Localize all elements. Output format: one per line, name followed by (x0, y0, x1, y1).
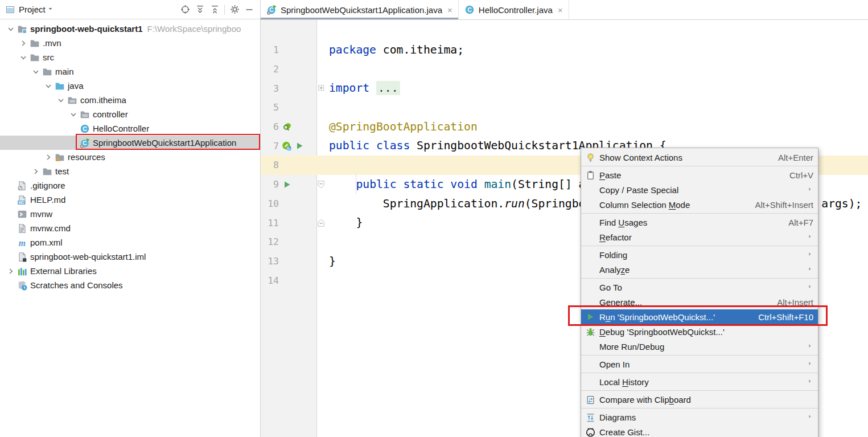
code-line-1[interactable]: 1package com.itheima; (261, 40, 868, 60)
project-panel-title[interactable]: Project (19, 5, 46, 14)
tree-item-mvnw[interactable]: mvnw (0, 207, 260, 221)
close-icon[interactable]: × (447, 5, 452, 15)
chevron-down-icon[interactable] (17, 53, 30, 62)
menu-separator (581, 355, 818, 356)
menu-item-analyze[interactable]: Analyze (581, 262, 818, 277)
code-line-3[interactable]: 3import ... (261, 79, 868, 98)
menu-item-create-gist[interactable]: Create Gist... (581, 424, 818, 437)
run-gutter-icon[interactable] (282, 179, 291, 189)
menu-item-local-history[interactable]: Local History (581, 374, 818, 389)
tree-item-gitignore[interactable]: .gitignore (0, 178, 260, 193)
tree-item-label: springboot-web-quickstart1.iml (30, 252, 146, 262)
chevron-right-icon[interactable] (30, 167, 42, 176)
tree-item-label: SpringbootWebQuickstart1Application (93, 138, 236, 148)
code-line-6[interactable]: 6@SpringBootApplication (261, 117, 868, 137)
tree-item-mvnw-cmd[interactable]: mvnw.cmd (0, 221, 260, 235)
tree-item-external-libraries[interactable]: External Libraries (0, 264, 260, 278)
menu-item-refactor[interactable]: Refactor (581, 230, 818, 244)
menu-item-label: Folding (599, 250, 627, 260)
chevron-down-icon[interactable] (42, 81, 55, 91)
tree-item-main[interactable]: main (0, 64, 260, 79)
chevron-right-icon[interactable] (5, 267, 17, 276)
tree-item-label: .mvn (43, 38, 61, 48)
tree-item-com-itheima[interactable]: com.itheima (0, 93, 260, 107)
chevron-right-icon[interactable] (17, 39, 30, 48)
tree-item-pom-xml[interactable]: mpom.xml (0, 235, 260, 250)
tree-item-help-md[interactable]: MDHELP.md (0, 193, 260, 207)
tree-item-springboot-web-quickstart1[interactable]: springboot-web-quickstart1F:\WorkSpace\s… (0, 22, 260, 36)
tree-item-label: main (55, 67, 74, 76)
settings-gear-icon[interactable] (227, 2, 242, 17)
locate-icon[interactable] (178, 2, 192, 17)
folder-resources-icon (55, 152, 65, 162)
submenu-arrow-icon (808, 414, 814, 420)
menu-item-more-run-debug[interactable]: More Run/Debug (581, 339, 818, 354)
spring-bean-gutter-icon[interactable] (282, 122, 291, 132)
editor-tab-bar: CSpringbootWebQuickstart1Application.jav… (261, 0, 868, 20)
chevron-down-icon[interactable] (55, 96, 67, 105)
line-number: 1 (261, 44, 279, 55)
line-number: 5 (261, 102, 279, 113)
fold-marker-down-icon[interactable] (318, 180, 326, 189)
tree-item-path: F:\WorkSpace\springboo (147, 24, 241, 34)
chevron-right-icon[interactable] (42, 153, 55, 162)
collapse-all-icon[interactable] (207, 2, 222, 17)
editor-tab-hellocontroller-java[interactable]: CHelloController.java× (459, 0, 569, 19)
code-line-5[interactable]: 5 (261, 98, 868, 117)
menu-item-label: Run 'SpringbootWebQuickst...' (599, 312, 715, 322)
tree-item-resources[interactable]: resources (0, 150, 260, 164)
menu-item-go-to[interactable]: Go To (581, 280, 818, 295)
menu-item-label: Open In (599, 360, 630, 369)
menu-item-diagrams[interactable]: Diagrams (581, 410, 818, 424)
tree-item-springboot-web-quickstart1-iml[interactable]: springboot-web-quickstart1.iml (0, 250, 260, 264)
menu-item-column-selection-mode[interactable]: Column Selection ModeAlt+Shift+Insert (581, 197, 818, 212)
expand-all-icon[interactable] (192, 2, 207, 17)
tree-item-scratches-and-consoles[interactable]: Scratches and Consoles (0, 278, 260, 292)
class-run-icon: C (266, 5, 277, 15)
tree-item-hellocontroller[interactable]: CHelloController (0, 121, 260, 136)
folder-root-icon (17, 24, 27, 34)
menu-item-label: Debug 'SpringbootWebQuickst...' (599, 327, 725, 337)
menu-item-compare-with-clipboard[interactable]: Compare with Clipboard (581, 392, 818, 407)
fold-marker-plus-icon[interactable] (318, 85, 326, 92)
menu-item-open-in[interactable]: Open In (581, 357, 818, 371)
hide-panel-icon[interactable] (242, 2, 257, 17)
svg-text:C: C (83, 125, 87, 132)
menu-item-paste[interactable]: PasteCtrl+V (581, 168, 818, 182)
menu-item-run-springbootwebquickst[interactable]: Run 'SpringbootWebQuickst...'Ctrl+Shift+… (581, 309, 818, 324)
close-icon[interactable]: × (558, 5, 563, 15)
compare-icon (585, 394, 595, 405)
menu-separator (581, 390, 818, 391)
tree-item-springbootwebquickstart1application[interactable]: CSpringbootWebQuickstart1Application (0, 136, 260, 150)
menu-item-label: Refactor (599, 232, 632, 242)
line-number: 7 (261, 141, 279, 152)
menu-item-copy-paste-special[interactable]: Copy / Paste Special (581, 182, 818, 197)
editor-tab-springbootwebquickstart1application-java[interactable]: CSpringbootWebQuickstart1Application.jav… (261, 0, 459, 19)
svg-text:C: C (467, 6, 472, 13)
menu-item-debug-springbootwebquickst[interactable]: Debug 'SpringbootWebQuickst...' (581, 324, 818, 339)
fold-marker-up-icon[interactable] (318, 218, 326, 227)
class-icon: C (464, 5, 475, 15)
code-line-2[interactable]: 2 (261, 60, 868, 79)
menu-item-label: More Run/Debug (599, 342, 664, 352)
package-icon (67, 95, 77, 105)
tree-item-src[interactable]: src (0, 50, 260, 64)
run-gutter-icon[interactable] (294, 141, 304, 151)
menu-item-find-usages[interactable]: Find UsagesAlt+F7 (581, 215, 818, 230)
menu-item-show-context-actions[interactable]: Show Context ActionsAlt+Enter (581, 150, 818, 165)
chevron-down-icon[interactable] (30, 67, 42, 76)
tree-item-test[interactable]: test (0, 164, 260, 178)
chevron-down-icon[interactable] (5, 24, 17, 34)
tree-item-mvn[interactable]: .mvn (0, 36, 260, 50)
menu-item-generate[interactable]: Generate...Alt+Insert (581, 295, 818, 309)
tree-item-label: HELP.md (30, 195, 65, 205)
chevron-down-icon[interactable] (67, 110, 80, 119)
tree-item-java[interactable]: java (0, 79, 260, 93)
tree-item-controller[interactable]: controller (0, 107, 260, 121)
chevron-down-icon[interactable] (48, 6, 55, 13)
spring-boot-gutter-icon[interactable] (282, 141, 291, 151)
lightbulb-icon (585, 152, 595, 162)
tree-item-label: mvnw.cmd (30, 223, 71, 233)
tree-item-label: mvnw (30, 209, 52, 219)
menu-item-folding[interactable]: Folding (581, 247, 818, 262)
